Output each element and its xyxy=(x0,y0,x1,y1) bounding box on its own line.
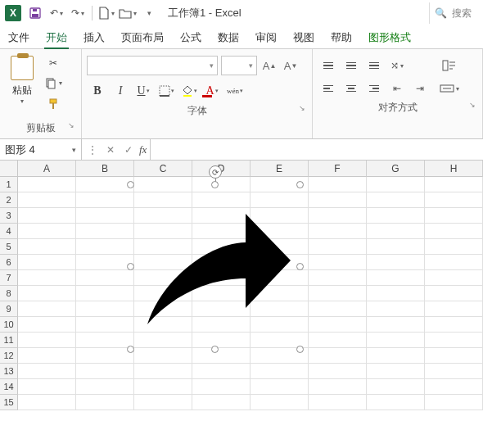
merge-center-button[interactable]: ▾ xyxy=(437,79,462,98)
row-header[interactable]: 4 xyxy=(0,224,18,239)
col-header[interactable]: E xyxy=(251,161,309,177)
resize-handle-nw[interactable] xyxy=(127,181,134,188)
dialog-launcher-icon[interactable]: ↘ xyxy=(299,104,305,112)
cell[interactable] xyxy=(134,395,192,410)
cell[interactable] xyxy=(367,177,425,192)
cell[interactable] xyxy=(76,333,134,348)
align-left-button[interactable] xyxy=(318,79,339,98)
cell[interactable] xyxy=(425,379,483,395)
col-header[interactable]: A xyxy=(18,161,76,177)
cell[interactable] xyxy=(18,270,76,286)
search-box[interactable]: 🔍 搜索 xyxy=(429,2,478,24)
align-center-button[interactable] xyxy=(341,79,362,98)
row-header[interactable]: 7 xyxy=(0,270,18,286)
formula-input[interactable] xyxy=(151,139,483,160)
tab-file[interactable]: 文件 xyxy=(7,27,31,48)
cell[interactable] xyxy=(192,379,251,395)
row-header[interactable]: 8 xyxy=(0,286,18,301)
cell[interactable] xyxy=(18,364,76,379)
cell[interactable] xyxy=(309,301,367,317)
cell[interactable] xyxy=(134,348,192,364)
cell[interactable] xyxy=(425,395,483,410)
tab-view[interactable]: 视图 xyxy=(291,27,316,48)
cell[interactable] xyxy=(18,208,76,224)
cancel-formula-button[interactable]: ✕ xyxy=(103,144,118,156)
cell[interactable] xyxy=(18,395,76,410)
selected-shape[interactable]: ⟳ xyxy=(131,185,300,349)
chevron-down-icon[interactable]: ▾ xyxy=(72,146,76,154)
italic-button[interactable]: I xyxy=(110,80,131,102)
phonetic-guide-button[interactable]: wén▾ xyxy=(224,80,246,102)
resize-handle-s[interactable] xyxy=(211,346,219,353)
cell[interactable] xyxy=(367,239,425,255)
cell[interactable] xyxy=(76,286,134,301)
row-header[interactable]: 14 xyxy=(0,379,18,395)
cell[interactable] xyxy=(18,317,76,333)
cell[interactable] xyxy=(76,379,134,395)
fill-color-button[interactable]: ▾ xyxy=(178,80,200,102)
cell[interactable] xyxy=(309,348,367,364)
font-name-combo[interactable]: ▾ xyxy=(87,56,218,75)
cell[interactable] xyxy=(251,364,309,379)
cell[interactable] xyxy=(425,286,483,301)
cell[interactable] xyxy=(76,301,134,317)
cell[interactable] xyxy=(251,379,309,395)
arrow-shape-icon[interactable] xyxy=(131,185,300,349)
font-size-combo[interactable]: ▾ xyxy=(221,56,257,75)
cell[interactable] xyxy=(192,348,251,364)
resize-handle-n[interactable] xyxy=(211,181,219,188)
decrease-indent-button[interactable]: ⇤ xyxy=(386,79,408,98)
dialog-launcher-icon[interactable]: ↘ xyxy=(68,121,74,129)
cell[interactable] xyxy=(309,379,367,395)
cell[interactable] xyxy=(76,270,134,286)
cell[interactable] xyxy=(309,239,367,255)
new-file-button[interactable]: ▾ xyxy=(96,2,117,24)
cell[interactable] xyxy=(425,192,483,208)
select-all-corner[interactable] xyxy=(0,161,18,177)
orientation-button[interactable]: ⤭▾ xyxy=(386,56,408,75)
cell[interactable] xyxy=(18,348,76,364)
qat-customize-button[interactable]: ▾ xyxy=(138,2,160,24)
resize-handle-w[interactable] xyxy=(127,263,134,270)
col-header[interactable]: F xyxy=(309,161,367,177)
row-header[interactable]: 11 xyxy=(0,333,18,348)
col-header[interactable]: G xyxy=(367,161,425,177)
tab-review[interactable]: 审阅 xyxy=(254,27,278,48)
cell[interactable] xyxy=(192,395,251,410)
wrap-text-button[interactable] xyxy=(437,56,462,75)
align-top-button[interactable] xyxy=(318,56,339,75)
cell[interactable] xyxy=(192,364,251,379)
fx-more-button[interactable]: ⋮ xyxy=(85,144,100,156)
row-header[interactable]: 13 xyxy=(0,364,18,379)
cell[interactable] xyxy=(251,395,309,410)
cell[interactable] xyxy=(76,208,134,224)
underline-button[interactable]: U▾ xyxy=(133,80,154,102)
cell[interactable] xyxy=(76,348,134,364)
cell[interactable] xyxy=(309,177,367,192)
save-button[interactable] xyxy=(25,2,46,24)
cell[interactable] xyxy=(76,255,134,270)
cell[interactable] xyxy=(76,364,134,379)
enter-formula-button[interactable]: ✓ xyxy=(121,144,136,156)
tab-home[interactable]: 开始 xyxy=(44,27,69,48)
cell[interactable] xyxy=(18,177,76,192)
cell[interactable] xyxy=(425,364,483,379)
cell[interactable] xyxy=(18,301,76,317)
cell[interactable] xyxy=(425,239,483,255)
cell[interactable] xyxy=(367,395,425,410)
cell[interactable] xyxy=(309,224,367,239)
row-header[interactable]: 2 xyxy=(0,192,18,208)
cell[interactable] xyxy=(425,317,483,333)
cell[interactable] xyxy=(367,348,425,364)
cell[interactable] xyxy=(425,270,483,286)
cell[interactable] xyxy=(367,317,425,333)
cell[interactable] xyxy=(309,286,367,301)
align-right-button[interactable] xyxy=(363,79,385,98)
cell[interactable] xyxy=(367,255,425,270)
resize-handle-ne[interactable] xyxy=(296,181,304,188)
cell[interactable] xyxy=(367,301,425,317)
cell[interactable] xyxy=(367,192,425,208)
row-header[interactable]: 12 xyxy=(0,348,18,364)
cell[interactable] xyxy=(425,208,483,224)
cell[interactable] xyxy=(18,239,76,255)
